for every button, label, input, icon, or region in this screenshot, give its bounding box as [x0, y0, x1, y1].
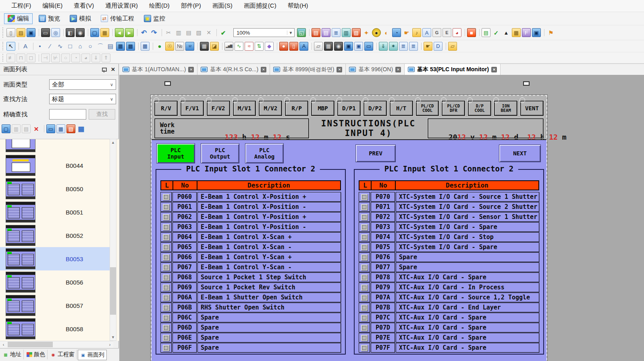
list-item[interactable]: B0050	[0, 177, 110, 200]
lamp-cell[interactable]	[160, 283, 172, 292]
dock-tab[interactable]: ▣ 画面列	[78, 350, 107, 360]
lamp-cell[interactable]	[160, 232, 172, 242]
edit-mode-button[interactable]: ✎ 编辑	[4, 13, 33, 24]
list-display-icon[interactable]: ≣	[399, 42, 408, 51]
camera-icon[interactable]: ◉	[76, 28, 85, 37]
arc-tool-icon[interactable]: ⌒	[96, 42, 105, 51]
screen-thumbnail[interactable]	[6, 318, 35, 339]
device-comment-icon[interactable]: ▤	[322, 28, 330, 37]
multimedia-icon[interactable]: ▣	[532, 28, 541, 37]
undo-icon[interactable]: ↶	[139, 28, 148, 37]
copy-icon[interactable]: ▥	[174, 28, 183, 37]
lamp-cell[interactable]	[359, 262, 370, 272]
watch-icon[interactable]: ◕	[453, 28, 461, 37]
fit-view-icon[interactable]: ◱	[297, 28, 306, 37]
lamp-cell[interactable]	[160, 202, 172, 212]
dock-tab[interactable]: ▦ 颜色	[25, 350, 48, 359]
paste-screen-button[interactable]: ▤	[22, 124, 31, 133]
scale-tool-icon[interactable]: ▤	[106, 42, 115, 51]
close-screen-icon[interactable]: ►	[125, 28, 134, 37]
line-graph-icon[interactable]: ≈	[245, 42, 253, 51]
import-screen-icon[interactable]: ⇓	[379, 42, 388, 51]
color-swatch-icon[interactable]: ■	[467, 28, 476, 37]
dot-tool-icon[interactable]: •	[35, 42, 44, 51]
object-menu[interactable]: 部件(P)	[175, 0, 207, 11]
date-display-icon[interactable]: 12	[185, 42, 194, 51]
chevron-down-icon[interactable]: ▼	[287, 31, 294, 35]
language-icon[interactable]: A	[422, 28, 431, 37]
screen-thumbnail[interactable]	[6, 202, 35, 223]
toolbar-grip[interactable]	[2, 27, 4, 37]
print-icon[interactable]: ▭	[41, 28, 50, 37]
open-screen-icon[interactable]: ◄	[115, 28, 124, 37]
operation-lock-icon[interactable]: ◐	[382, 28, 391, 37]
utilize-screen-button[interactable]: ▧	[66, 124, 75, 133]
chamber-button[interactable]: M/V1	[233, 101, 256, 116]
screen-tab[interactable]: 基本 4(R.H.S Co...) ✕	[197, 64, 270, 75]
screen-property-button[interactable]: ▩	[77, 124, 85, 133]
bar-graph-icon[interactable]: ▂▅▇	[224, 42, 233, 51]
scroll-left-icon[interactable]: ‹	[0, 342, 7, 347]
parts-check-icon[interactable]: ▤	[482, 28, 490, 37]
toolbar-grip[interactable]	[2, 42, 4, 50]
view-menu[interactable]: 查看(V)	[68, 0, 100, 11]
chamber-button[interactable]: F/V1	[181, 101, 204, 116]
rgb-display-icon[interactable]: ▣	[354, 42, 363, 51]
screen-tab[interactable]: 基本 996(ON) ✕	[346, 64, 405, 75]
alarm-lamp-icon[interactable]: ●	[279, 42, 288, 51]
chamber-button[interactable]: PL/CD COOL	[416, 101, 439, 116]
close-icon[interactable]: ✕	[491, 67, 497, 72]
list-item[interactable]: B0053	[0, 247, 110, 270]
lamp-cell[interactable]	[359, 272, 370, 282]
chamber-button[interactable]: D/P COOL	[468, 101, 491, 116]
preview-screen-button[interactable]: ▭	[46, 124, 55, 133]
lamp-cell[interactable]	[359, 333, 370, 342]
new-project-icon[interactable]: ▯	[6, 28, 15, 37]
lamp-cell[interactable]	[160, 293, 172, 302]
search-button[interactable]: 查找	[89, 109, 115, 120]
lamp-cell[interactable]	[160, 323, 172, 332]
time-setting-icon[interactable]: ◔	[392, 28, 401, 37]
work-time-panel[interactable]: Work time 123 h 12 m 12 s	[154, 118, 309, 138]
copy-window-button[interactable]: ▦	[56, 124, 65, 133]
screen-menu[interactable]: 画面(S)	[207, 0, 238, 11]
chamber-button[interactable]: F/V2	[207, 101, 230, 116]
list-edit-icon[interactable]: ≣	[409, 42, 418, 51]
doc-transfer-icon[interactable]: ▧	[352, 28, 361, 37]
lamp-cell[interactable]	[160, 262, 172, 272]
cut-icon[interactable]: ✂	[164, 28, 173, 37]
chamber-button[interactable]: M/V2	[259, 101, 282, 116]
polyline-tool-icon[interactable]: ∿	[56, 42, 64, 51]
print-preview-icon[interactable]: ◎	[51, 28, 60, 37]
flag-icon[interactable]: ⚑	[546, 28, 555, 37]
transfer-project-button[interactable]: ⇄ 传输工程	[97, 13, 138, 24]
chamber-button[interactable]: MBP	[311, 101, 334, 116]
image-tool-icon[interactable]: ▦	[116, 42, 125, 51]
script-check-icon[interactable]: ✓	[492, 28, 501, 37]
chamber-button[interactable]: VENT	[520, 101, 544, 116]
screen-thumbnail[interactable]	[6, 295, 35, 316]
lamp-cell[interactable]	[359, 313, 370, 322]
dock-tab[interactable]: ◉ 工程窗	[48, 350, 77, 359]
hmi-screen-object[interactable]: R/V F/V1 F/V2 M/V1 M/V2 R/P MBP D/P1 D/P…	[151, 95, 547, 361]
comment-list-icon[interactable]: ≣	[332, 28, 341, 37]
polygon-tool-icon[interactable]: ⌂	[76, 42, 85, 51]
lamp-cell[interactable]	[160, 242, 172, 252]
paste-icon[interactable]: ▤	[184, 28, 193, 37]
screen-capture-menu[interactable]: 画面捕捉(C)	[238, 0, 282, 11]
editor-canvas[interactable]: R/V F/V1 F/V2 M/V1 M/V2 R/P MBP D/P1 D/P…	[119, 75, 644, 361]
lamp-cell[interactable]	[160, 343, 172, 353]
screen-thumbnail[interactable]	[6, 225, 35, 246]
simulate-button[interactable]: ▶ 模拟	[66, 13, 95, 24]
close-icon[interactable]: ✕	[188, 67, 194, 72]
copy-screen-icon[interactable]: ▦	[100, 28, 109, 37]
device-memory-icon[interactable]: ▤	[312, 28, 320, 37]
pin-icon[interactable]	[101, 67, 107, 72]
chamber-button[interactable]: R/P	[285, 101, 308, 116]
key-icon[interactable]: ✦	[362, 28, 371, 37]
sound-icon[interactable]: ♪	[412, 28, 421, 37]
close-icon[interactable]: ✕	[261, 67, 266, 72]
lamp-cell[interactable]	[160, 272, 172, 282]
lamp-cell[interactable]	[160, 303, 172, 312]
dock-tab[interactable]: ▦ 地址	[1, 350, 24, 359]
